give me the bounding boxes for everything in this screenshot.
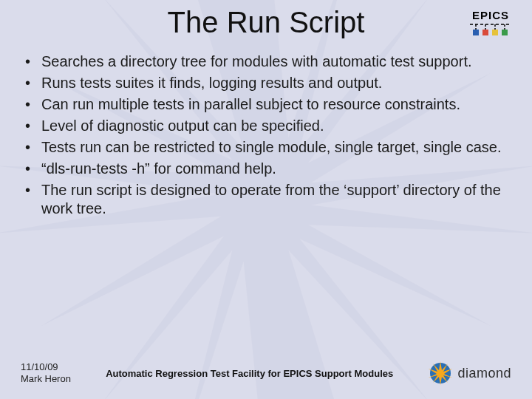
footer-center: Automatic Regression Test Facility for E… [71,368,429,379]
footer: 11/10/09 Mark Heron Automatic Regression… [21,361,511,386]
list-item: Runs tests suites it finds, logging resu… [25,74,511,92]
slide-title: The Run Script [21,6,511,39]
list-item: “dls-run-tests -h” for command help. [25,160,511,178]
list-item: Tests run can be restricted to single mo… [25,138,511,157]
diamond-logo-text: diamond [457,366,511,381]
list-item: The run script is designed to operate fr… [25,181,511,218]
epics-label: EPICS [470,9,511,21]
svg-rect-8 [492,30,498,35]
list-item: Level of diagnostic output can be specif… [25,117,511,135]
footer-right: diamond [428,361,511,386]
epics-badge: EPICS [470,9,511,36]
title-row: The Run Script EPICS [21,6,511,39]
diamond-burst-icon [428,361,453,386]
bullet-list: Searches a directory tree for modules wi… [21,52,511,218]
epics-blocks-icon [470,23,511,36]
diamond-logo: diamond [428,361,511,386]
svg-rect-9 [502,30,508,35]
footer-left: 11/10/09 Mark Heron [21,361,71,386]
footer-author: Mark Heron [21,373,71,385]
list-item: Searches a directory tree for modules wi… [25,52,511,71]
svg-rect-7 [482,30,488,35]
footer-date: 11/10/09 [21,361,71,373]
slide: The Run Script EPICS Searches a director… [0,0,532,399]
list-item: Can run multiple tests in parallel subje… [25,95,511,114]
svg-rect-6 [473,30,479,35]
